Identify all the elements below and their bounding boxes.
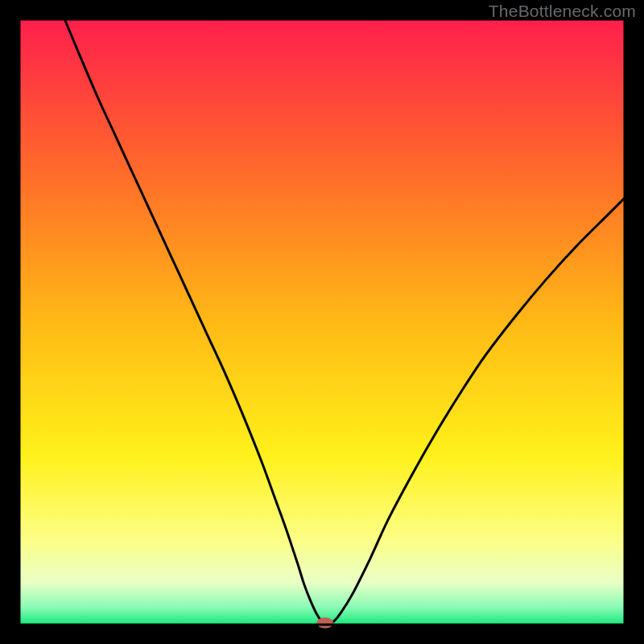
chart-svg <box>0 0 644 644</box>
gradient-background <box>19 19 625 625</box>
chart-stage: TheBottleneck.com <box>0 0 644 644</box>
optimal-point-marker <box>316 617 333 629</box>
watermark-text: TheBottleneck.com <box>489 2 636 21</box>
